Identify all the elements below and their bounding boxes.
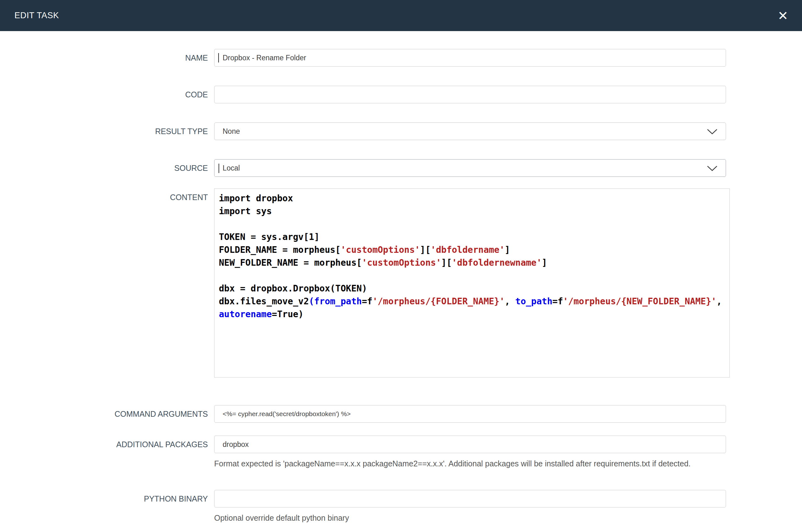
content-label: CONTENT [0, 188, 208, 206]
name-input[interactable] [214, 49, 726, 66]
chevron-down-icon [707, 165, 718, 171]
close-button[interactable]: ✕ [778, 10, 788, 22]
additional-packages-help: Format expected is 'packageName==x.x.x p… [214, 458, 710, 469]
result-type-selected-value: None [223, 127, 240, 136]
source-row: SOURCE Local [0, 159, 802, 177]
additional-packages-input[interactable] [214, 436, 726, 453]
additional-packages-label: ADDITIONAL PACKAGES [0, 436, 208, 453]
command-arguments-row: COMMAND ARGUMENTS [0, 405, 802, 423]
code-input[interactable] [214, 86, 726, 103]
modal-header: EDIT TASK ✕ [0, 0, 802, 31]
name-row: NAME [0, 49, 802, 66]
text-cursor [218, 164, 219, 173]
command-arguments-label: COMMAND ARGUMENTS [0, 405, 208, 423]
result-type-label: RESULT TYPE [0, 122, 208, 140]
name-label: NAME [0, 49, 208, 66]
python-binary-label: PYTHON BINARY [0, 490, 208, 508]
additional-packages-row: ADDITIONAL PACKAGES Format expected is '… [0, 436, 802, 469]
content-code-editor[interactable]: import dropboximport sys TOKEN = sys.arg… [214, 188, 730, 378]
source-select[interactable]: Local [214, 159, 726, 177]
python-binary-row: PYTHON BINARY Optional override default … [0, 490, 802, 524]
chevron-down-icon [707, 129, 718, 135]
edit-task-form: NAME CODE RESULT TYPE None SOURCE [0, 31, 802, 524]
result-type-row: RESULT TYPE None [0, 122, 802, 140]
close-icon: ✕ [778, 8, 788, 23]
content-row: CONTENT import dropboximport sys TOKEN =… [0, 188, 802, 378]
source-selected-value: Local [223, 164, 240, 172]
code-content: import dropboximport sys TOKEN = sys.arg… [219, 192, 725, 321]
python-binary-help: Optional override default python binary [214, 513, 710, 524]
python-binary-input[interactable] [214, 490, 726, 508]
page-title: EDIT TASK [15, 11, 59, 20]
command-arguments-input[interactable] [214, 405, 726, 423]
code-row: CODE [0, 86, 802, 103]
result-type-select[interactable]: None [214, 122, 726, 140]
source-label: SOURCE [0, 159, 208, 177]
code-label: CODE [0, 86, 208, 103]
